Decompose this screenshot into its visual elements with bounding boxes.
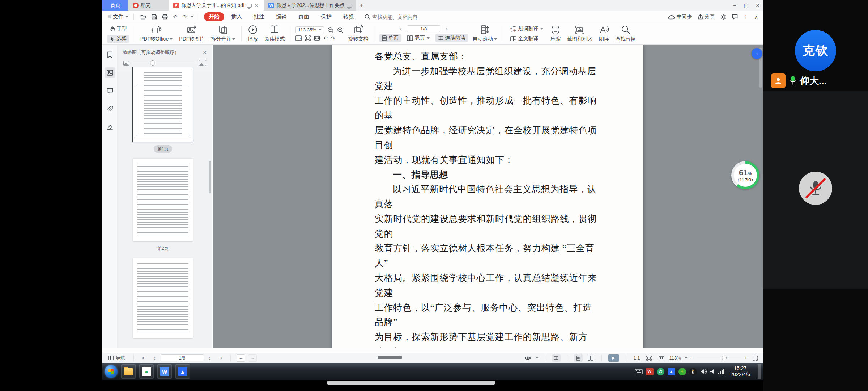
pdf-to-image-button[interactable]: PDF转图片 (176, 24, 208, 43)
fit-width-button[interactable] (657, 354, 666, 362)
bookmarks-icon[interactable] (105, 49, 115, 60)
thumbnail-page-2[interactable] (133, 159, 193, 241)
continuous-read-button[interactable]: 连续阅读 (435, 34, 468, 42)
fit-page-button[interactable] (645, 354, 654, 362)
speaker-avatar[interactable]: 克钦 (795, 30, 836, 71)
menu-page[interactable]: 页面 (294, 12, 314, 21)
page-number-box[interactable]: 1/8 (407, 25, 440, 32)
panel-close-icon[interactable]: ✕ (203, 50, 207, 55)
presentation-monitor-icon[interactable] (247, 4, 252, 8)
tray-volume-loud-icon[interactable] (700, 369, 707, 374)
prev-page-icon[interactable]: ‹ (152, 355, 158, 361)
rotate-left-icon[interactable]: ↶ (323, 35, 328, 41)
full-translate-button[interactable]: 全文翻译 (508, 35, 546, 43)
rotate-right-icon[interactable]: ↷ (331, 35, 335, 41)
slider-track[interactable] (133, 63, 195, 63)
zoom-slider[interactable] (697, 358, 741, 358)
next-page-icon[interactable]: › (207, 355, 213, 361)
find-replace-button[interactable]: 查找替换 (612, 24, 639, 43)
attachments-icon[interactable] (105, 104, 115, 114)
signature-icon[interactable] (105, 122, 115, 133)
thumbnails-icon[interactable] (105, 67, 115, 78)
double-page-toggle[interactable] (586, 354, 595, 362)
horizontal-scrollbar-thumb[interactable] (378, 356, 402, 359)
tray-wps-icon[interactable]: W (646, 368, 654, 375)
tray-qq-icon[interactable]: 🐧 (689, 368, 697, 375)
share-button[interactable]: 分享 (698, 14, 715, 20)
taskbar-meeting-button[interactable]: ▲ (175, 364, 190, 379)
menu-insert[interactable]: 插入 (226, 12, 247, 21)
taskbar-clock[interactable]: 15:27 2022/4/6 (731, 365, 750, 378)
collapse-ribbon-icon[interactable]: ∧ (754, 14, 758, 20)
maximize-button[interactable]: ▢ (743, 3, 749, 8)
horizontal-scrollbar[interactable] (257, 353, 523, 363)
undo-button[interactable]: ↶ (171, 14, 179, 20)
last-page-icon[interactable]: ⇥ (216, 355, 225, 361)
sync-status[interactable]: 未同步 (668, 14, 692, 20)
read-aloud-button[interactable]: 朗读 (596, 24, 612, 43)
panel-scrollbar[interactable] (209, 161, 211, 193)
document-canvas[interactable]: 各党总支、直属支部： 为进一步加强学校基层党组织建设，充分调动基层党建 工作的主… (213, 45, 763, 348)
redo-button[interactable]: ↷ (181, 14, 189, 20)
navigation-toggle-button[interactable]: 导航 (106, 354, 128, 362)
pdf-to-office-button[interactable]: PDF转Office (137, 24, 176, 43)
chevron-down-icon[interactable] (536, 357, 539, 359)
zoom-out-button[interactable]: − (691, 355, 694, 361)
zoom-slider-knob[interactable] (722, 356, 727, 360)
start-button[interactable] (105, 365, 118, 378)
taskbar-wechat-button[interactable]: ● (139, 364, 154, 379)
network-progress-widget[interactable]: 61% ↑11.7K/s (731, 161, 760, 189)
select-tool-button[interactable]: 选择 (107, 35, 129, 43)
continuous-read-toggle[interactable] (552, 354, 561, 362)
tab-home[interactable]: 首页 (102, 0, 128, 11)
zoom-in-icon[interactable] (337, 27, 344, 33)
floating-assistant-button[interactable]: › (752, 48, 762, 59)
screenshot-compare-button[interactable]: 截图和对比 (564, 24, 596, 43)
taskbar-wps-button[interactable]: W (157, 364, 172, 379)
comments-icon[interactable] (105, 85, 115, 96)
menu-protect[interactable]: 保护 (316, 12, 336, 21)
search-box[interactable] (365, 14, 455, 20)
tray-antivirus-icon[interactable]: + (678, 368, 686, 375)
double-page-button[interactable]: 双页 (404, 34, 432, 42)
single-page-toggle[interactable] (574, 354, 583, 362)
presentation-play-button[interactable]: ▶ (608, 354, 619, 362)
tray-meeting-icon[interactable]: ▲ (668, 368, 675, 375)
keyboard-layout-icon[interactable] (635, 369, 643, 374)
search-input[interactable] (372, 14, 444, 20)
fullscreen-icon[interactable] (751, 354, 760, 362)
tray-wechat-icon[interactable]: ✆ (657, 368, 664, 375)
rotate-document-button[interactable]: 旋转文档 (345, 24, 372, 43)
file-menu[interactable]: ≡ 文件 (107, 13, 128, 21)
quick-access-more-icon[interactable] (191, 16, 193, 18)
single-page-button[interactable]: 单页 (379, 34, 401, 42)
slider-knob[interactable] (150, 60, 155, 66)
actual-size-icon[interactable]: 1:1 (295, 35, 302, 41)
next-page-icon[interactable]: › (443, 26, 450, 32)
thumbnail-page-3[interactable] (133, 258, 193, 338)
prev-page-icon[interactable]: ‹ (397, 26, 404, 32)
tab-close-icon[interactable]: ✕ (254, 3, 259, 8)
zoom-in-button[interactable]: + (744, 355, 747, 361)
bottom-handle-pill[interactable] (327, 381, 495, 385)
fit-page-icon[interactable] (305, 35, 311, 41)
comment-bubble-icon[interactable] (732, 14, 738, 20)
minimize-button[interactable]: − (731, 3, 738, 8)
split-merge-button[interactable]: 拆分合并 (208, 24, 238, 43)
compress-button[interactable]: 压缩 (547, 24, 564, 43)
tray-volume-icon[interactable] (710, 369, 715, 374)
auto-scroll-button[interactable]: 自动滚动 (469, 24, 500, 43)
menu-convert[interactable]: 转换 (339, 12, 359, 21)
zoom-level-select[interactable]: 113.35% (295, 26, 324, 33)
chevron-down-icon[interactable] (685, 357, 688, 359)
tab-word-document[interactable]: W 仰恩大学202...传思想工作要点 (264, 0, 356, 11)
play-button[interactable]: 播放 (244, 24, 261, 43)
settings-gear-icon[interactable] (720, 14, 726, 20)
menu-home[interactable]: 开始 (204, 12, 224, 21)
thumbnail-page-1[interactable] (133, 67, 193, 142)
more-options-icon[interactable]: ⋮ (744, 14, 749, 20)
print-button[interactable] (161, 14, 169, 20)
close-button[interactable]: ✕ (754, 3, 761, 8)
first-page-icon[interactable]: ⇤ (140, 355, 149, 361)
status-page-box[interactable]: 1/8 (161, 354, 204, 361)
